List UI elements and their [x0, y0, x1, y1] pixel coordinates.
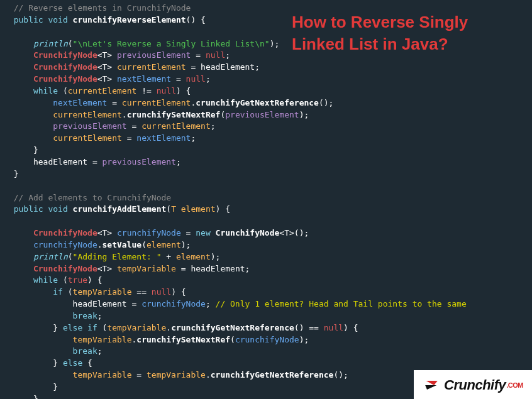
- var-crunchifyNode: crunchifyNode: [117, 228, 181, 238]
- kw-break: break: [73, 311, 97, 320]
- kw-if: if: [53, 287, 63, 297]
- var-nextElement: nextElement: [117, 74, 171, 84]
- kw-true: true: [68, 275, 87, 285]
- kw-new: new: [196, 228, 210, 238]
- logo-brand: Crunchify: [444, 377, 506, 393]
- code-comment: // Reverse elements in CrunchifyNode: [14, 3, 191, 13]
- method-getNextRef: crunchifyGetNextReference: [196, 98, 319, 107]
- method-addElement: crunchifyAddElement: [73, 204, 167, 214]
- code-comment: // Add elements to CrunchifyNode: [14, 193, 171, 202]
- type-crunchifynode: CrunchifyNode: [33, 50, 97, 60]
- var-currentElement: currentElement: [117, 62, 186, 72]
- arg-element: element: [181, 204, 216, 214]
- kw-void: void: [48, 15, 67, 25]
- kw-null: null: [206, 50, 225, 60]
- logo-text: Crunchify.COM: [444, 375, 523, 395]
- method-reverse: crunchifyReverseElement: [73, 15, 186, 25]
- code-block: // Reverse elements in CrunchifyNode pub…: [0, 0, 532, 399]
- var-tempVariable: tempVariable: [117, 264, 176, 273]
- kw-while: while: [33, 86, 58, 96]
- fn-println: println: [33, 39, 68, 48]
- var-previousElement: previousElement: [117, 50, 191, 60]
- arg-type: T: [171, 204, 176, 214]
- kw-public: public: [14, 15, 43, 25]
- var-headElement: headElement: [201, 62, 255, 72]
- logo-icon: [423, 379, 440, 391]
- svg-marker-1: [425, 385, 436, 390]
- title-overlay: How to Reverse Singly Linked List in Jav…: [292, 11, 518, 55]
- kw-else: else: [63, 323, 82, 332]
- logo-suffix: .COM: [506, 381, 523, 389]
- string-literal: "Adding Element: ": [73, 252, 162, 261]
- svg-marker-0: [426, 381, 438, 385]
- logo: Crunchify.COM: [414, 370, 532, 399]
- method-setNextRef: crunchifySetNextRef: [127, 110, 221, 119]
- method-setValue: setValue: [103, 240, 142, 249]
- code-comment: // Only 1 element? Head and Tail points …: [216, 299, 467, 309]
- string-literal: "\nLet's Reverse a Singly Linked List\n": [73, 39, 270, 48]
